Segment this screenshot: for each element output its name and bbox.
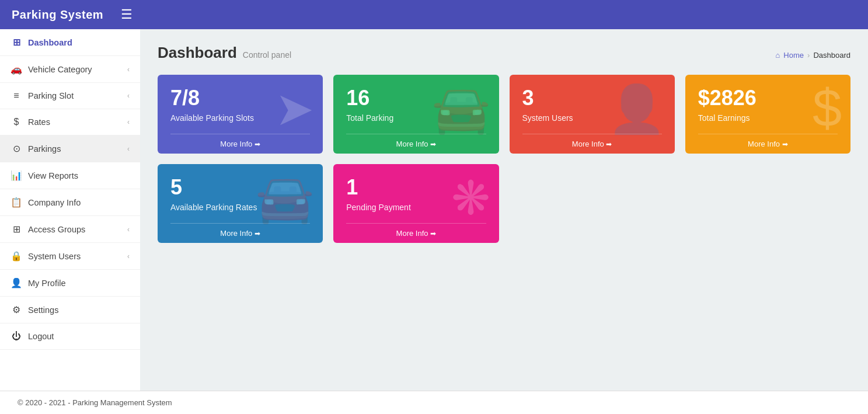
breadcrumb-current: Dashboard [813, 51, 850, 60]
card-system-users: 3System Users👤More Info ➡ [510, 75, 675, 154]
rates-icon: $ [11, 117, 22, 127]
card-available-rates: 5Available Parking Rates🚘More Info ➡ [158, 164, 323, 243]
sidebar-item-parkings[interactable]: ⊙Parkings‹ [0, 135, 140, 162]
card-placeholder-0 [510, 164, 675, 243]
sidebar-item-vehicle-category[interactable]: 🚗Vehicle Category‹ [0, 56, 140, 83]
settings-icon: ⚙ [11, 304, 22, 315]
card-label-total-earnings: Total Earnings [698, 113, 838, 123]
sidebar-item-my-profile[interactable]: 👤My Profile [0, 270, 140, 297]
card-number-total-earnings: $2826 [698, 86, 838, 110]
logout-icon: ⏻ [11, 331, 22, 342]
sidebar-label-system-users: System Users [28, 252, 81, 261]
view-reports-icon: 📊 [11, 170, 22, 181]
card-total-parking: 16Total Parking🚘More Info ➡ [333, 75, 499, 154]
parkings-icon: ⊙ [11, 143, 22, 154]
card-number-available-slots: 7/8 [170, 86, 310, 110]
company-info-icon: 📋 [11, 197, 22, 208]
chevron-icon-access-groups: ‹ [127, 225, 130, 234]
chevron-icon-parkings: ‹ [127, 145, 130, 153]
page-subtitle: Control panel [243, 50, 291, 60]
sidebar-label-parking-slot: Parking Slot [28, 91, 74, 100]
card-pending-payment: 1Pending Payment❋More Info ➡ [333, 164, 499, 243]
toggle-button[interactable]: ☰ [121, 7, 133, 22]
navbar: Parking System ☰ [0, 0, 868, 29]
sidebar-item-view-reports[interactable]: 📊View Reports [0, 162, 140, 189]
cards-row1: 7/8Available Parking Slots➤More Info ➡16… [158, 75, 850, 154]
footer: © 2020 - 2021 - Parking Management Syste… [0, 391, 868, 414]
card-total-earnings: $2826Total Earnings$More Info ➡ [685, 75, 850, 154]
page-header: Dashboard Control panel ⌂ Home › Dashboa… [158, 44, 850, 62]
dashboard-icon: ⊞ [11, 37, 22, 48]
card-more-info-pending-payment[interactable]: More Info ➡ [346, 223, 486, 243]
card-more-info-total-parking[interactable]: More Info ➡ [346, 134, 486, 154]
layout: ⊞Dashboard🚗Vehicle Category‹≡Parking Slo… [0, 29, 868, 391]
card-more-info-system-users[interactable]: More Info ➡ [522, 134, 662, 154]
sidebar-item-access-groups[interactable]: ⊞Access Groups‹ [0, 216, 140, 243]
card-label-available-slots: Available Parking Slots [170, 113, 310, 123]
home-icon: ⌂ [776, 51, 780, 60]
chevron-icon-parking-slot: ‹ [127, 92, 130, 100]
parking-slot-icon: ≡ [11, 91, 22, 101]
main-content: Dashboard Control panel ⌂ Home › Dashboa… [140, 29, 868, 391]
breadcrumb-home[interactable]: Home [783, 51, 804, 60]
card-label-pending-payment: Pending Payment [346, 203, 486, 212]
sidebar-label-my-profile: My Profile [28, 279, 65, 288]
card-label-total-parking: Total Parking [346, 113, 486, 123]
sidebar-label-settings: Settings [28, 305, 58, 315]
card-label-available-rates: Available Parking Rates [170, 203, 310, 212]
card-placeholder-1 [685, 164, 850, 243]
card-number-available-rates: 5 [170, 176, 310, 199]
sidebar-label-logout: Logout [28, 332, 54, 341]
sidebar-label-vehicle-category: Vehicle Category [28, 65, 92, 74]
cards-row2: 5Available Parking Rates🚘More Info ➡1Pen… [158, 164, 850, 243]
sidebar-item-parking-slot[interactable]: ≡Parking Slot‹ [0, 83, 140, 109]
sidebar-item-settings[interactable]: ⚙Settings [0, 297, 140, 323]
brand-title: Parking System [12, 8, 103, 22]
breadcrumb-sep: › [807, 51, 810, 60]
breadcrumb: ⌂ Home › Dashboard [776, 51, 851, 60]
card-label-system-users: System Users [522, 113, 662, 123]
page-title-group: Dashboard Control panel [158, 44, 291, 62]
sidebar-label-rates: Rates [28, 117, 50, 127]
sidebar-item-dashboard[interactable]: ⊞Dashboard [0, 29, 140, 56]
chevron-icon-vehicle-category: ‹ [127, 65, 130, 74]
sidebar-label-company-info: Company Info [28, 198, 81, 207]
card-number-pending-payment: 1 [346, 176, 486, 199]
sidebar-item-logout[interactable]: ⏻Logout [0, 323, 140, 350]
card-more-info-available-slots[interactable]: More Info ➡ [170, 134, 310, 154]
card-number-total-parking: 16 [346, 86, 486, 110]
sidebar-label-parkings: Parkings [28, 144, 61, 154]
system-users-icon: 🔒 [11, 251, 22, 262]
access-groups-icon: ⊞ [11, 224, 22, 235]
sidebar-item-system-users[interactable]: 🔒System Users‹ [0, 243, 140, 270]
footer-text: © 2020 - 2021 - Parking Management Syste… [18, 398, 172, 407]
sidebar-label-dashboard: Dashboard [28, 38, 72, 47]
page-title: Dashboard [158, 44, 237, 62]
sidebar: ⊞Dashboard🚗Vehicle Category‹≡Parking Slo… [0, 29, 140, 391]
card-number-system-users: 3 [522, 86, 662, 110]
sidebar-label-view-reports: View Reports [28, 171, 78, 180]
chevron-icon-system-users: ‹ [127, 252, 130, 260]
card-available-slots: 7/8Available Parking Slots➤More Info ➡ [158, 75, 323, 154]
my-profile-icon: 👤 [11, 277, 22, 288]
sidebar-item-company-info[interactable]: 📋Company Info [0, 189, 140, 216]
card-more-info-total-earnings[interactable]: More Info ➡ [698, 134, 838, 154]
card-more-info-available-rates[interactable]: More Info ➡ [170, 223, 310, 243]
sidebar-item-rates[interactable]: $Rates‹ [0, 109, 140, 135]
vehicle-category-icon: 🚗 [11, 64, 22, 75]
sidebar-label-access-groups: Access Groups [28, 225, 85, 234]
chevron-icon-rates: ‹ [127, 118, 130, 126]
